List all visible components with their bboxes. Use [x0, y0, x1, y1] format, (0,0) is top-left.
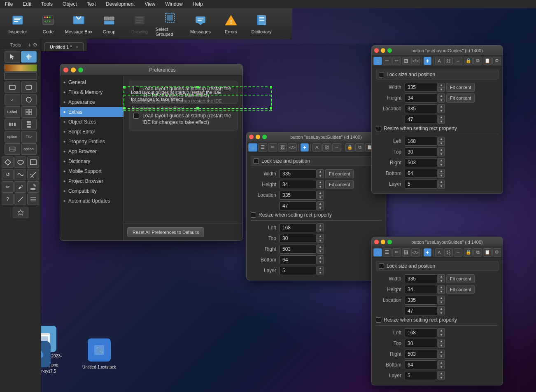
- insp3-width-fit-btn[interactable]: Fit content: [446, 274, 475, 283]
- insp2-min-btn[interactable]: [381, 48, 385, 53]
- insp3-locx-up[interactable]: ▲: [438, 296, 445, 300]
- insp2-top-input[interactable]: [405, 147, 438, 156]
- insp1-bottom-input[interactable]: [280, 255, 317, 264]
- insp1-tb-copy[interactable]: ⧉: [355, 143, 364, 152]
- insp1-locy-up[interactable]: ▲: [317, 201, 324, 206]
- tools-add-btn[interactable]: +: [28, 42, 31, 48]
- prefs-item-mobile-support[interactable]: Mobile Support: [60, 166, 124, 176]
- insp2-resize-checkbox[interactable]: [376, 126, 381, 131]
- prefs-item-app-browser[interactable]: App Browser: [60, 147, 124, 156]
- prefs-item-project-browser[interactable]: Project Browser: [60, 176, 124, 186]
- tool-option[interactable]: option: [5, 131, 20, 142]
- insp1-tb-list[interactable]: ☰: [258, 143, 267, 152]
- insp3-top-up[interactable]: ▲: [438, 339, 445, 343]
- prefs-item-object-sizes[interactable]: Object Sizes: [60, 117, 124, 127]
- insp2-tb-pencil[interactable]: ✏: [392, 57, 401, 65]
- tool-pointer[interactable]: [5, 51, 20, 63]
- insp3-width-down[interactable]: ▼: [438, 279, 445, 283]
- tool-vstack[interactable]: [21, 119, 37, 130]
- insp2-top-up[interactable]: ▲: [438, 147, 445, 152]
- prefs-item-appearance[interactable]: Appearance: [60, 97, 124, 107]
- insp3-layer-input[interactable]: [405, 371, 438, 380]
- prefs-item-extras[interactable]: Extras: [60, 107, 124, 117]
- insp3-locx-down[interactable]: ▼: [438, 300, 445, 305]
- tools-settings-btn[interactable]: ⚙: [33, 42, 37, 48]
- insp2-tb-code[interactable]: </>: [411, 57, 420, 65]
- prefs-item-automatic-updates[interactable]: Automatic Updates: [60, 196, 124, 206]
- prefs-item-property-profiles[interactable]: Property Profiles: [60, 137, 124, 147]
- insp3-height-up[interactable]: ▲: [438, 285, 445, 289]
- insp1-tb-add[interactable]: +: [301, 143, 309, 152]
- menu-window[interactable]: Window: [163, 0, 184, 8]
- insp2-layer-down[interactable]: ▼: [438, 184, 445, 189]
- tool-paint[interactable]: 🖌: [14, 181, 26, 193]
- insp1-right-down[interactable]: ▼: [317, 249, 324, 254]
- tool-crosshair[interactable]: [21, 51, 37, 63]
- insp1-top-up[interactable]: ▲: [317, 234, 324, 238]
- insp3-locy-down[interactable]: ▼: [438, 311, 445, 315]
- insp1-width-input[interactable]: [280, 169, 317, 178]
- insp1-width-fit-btn[interactable]: Fit content: [325, 169, 354, 178]
- insp2-left-down[interactable]: ▼: [438, 141, 445, 146]
- insp3-width-up[interactable]: ▲: [438, 274, 445, 279]
- insp1-tb-pencil[interactable]: ✏: [268, 143, 277, 152]
- insp2-tb-arrows[interactable]: ↔: [454, 57, 462, 65]
- menu-file[interactable]: File: [3, 0, 14, 8]
- color-swatch-bg[interactable]: [4, 64, 37, 72]
- insp3-lock-checkbox[interactable]: [379, 264, 384, 269]
- untitled-doc-item[interactable]: 📎 Untitled 1.oxtstack: [82, 337, 116, 369]
- insp3-tb-pencil[interactable]: ✏: [392, 248, 401, 257]
- insp2-tb-copy[interactable]: ⧉: [473, 57, 482, 65]
- insp3-max-btn[interactable]: [387, 240, 392, 244]
- insp2-bottom-input[interactable]: [405, 169, 438, 178]
- insp3-bottom-up[interactable]: ▲: [438, 360, 445, 365]
- insp2-tb-image[interactable]: 🖼: [402, 57, 410, 65]
- tab-untitled1[interactable]: Untitled 1 * ×: [44, 42, 84, 51]
- insp1-min-btn[interactable]: [256, 135, 260, 139]
- insp2-locy-down[interactable]: ▼: [438, 119, 445, 124]
- insp3-left-down[interactable]: ▼: [438, 333, 445, 337]
- insp1-tb-code[interactable]: </>: [288, 143, 297, 152]
- insp2-height-down[interactable]: ▼: [438, 98, 445, 103]
- insp1-lock-checkbox[interactable]: [254, 159, 259, 164]
- insp1-height-up[interactable]: ▲: [317, 180, 324, 184]
- insp3-location-y-input[interactable]: [405, 306, 438, 315]
- insp2-lock-checkbox[interactable]: [379, 72, 384, 77]
- insp3-resize-checkbox[interactable]: [376, 317, 381, 323]
- insp3-tb-lock[interactable]: 🔒: [464, 248, 473, 257]
- tool-option2[interactable]: option: [21, 143, 37, 155]
- insp1-right-up[interactable]: ▲: [317, 245, 324, 249]
- prefs-max-btn[interactable]: [78, 68, 83, 72]
- insp1-height-down[interactable]: ▼: [317, 184, 324, 189]
- toolbar-dictionary[interactable]: Dictionary: [247, 10, 276, 37]
- insp3-layer-down[interactable]: ▼: [438, 376, 445, 380]
- insp1-tb-image[interactable]: 🖼: [278, 143, 287, 152]
- tool-eraser[interactable]: [27, 181, 39, 193]
- tool-hstack[interactable]: [5, 119, 20, 130]
- insp2-height-input[interactable]: [405, 93, 438, 103]
- color-swatch-fg[interactable]: [4, 72, 37, 80]
- tool-star[interactable]: [13, 207, 28, 218]
- insp3-bottom-down[interactable]: ▼: [438, 365, 445, 369]
- insp1-tb-lock[interactable]: 🔒: [345, 143, 354, 152]
- insp2-right-down[interactable]: ▼: [438, 163, 445, 167]
- insp2-tb-home[interactable]: ⌂: [373, 57, 382, 65]
- insp2-tb-lock[interactable]: 🔒: [464, 57, 473, 65]
- insp2-left-up[interactable]: ▲: [438, 137, 445, 141]
- insp2-locy-up[interactable]: ▲: [438, 115, 445, 119]
- tool-grid[interactable]: [21, 106, 37, 118]
- tool-rounded-rect[interactable]: [21, 82, 37, 93]
- prefs-min-btn[interactable]: [71, 68, 76, 72]
- insp3-left-input[interactable]: [405, 328, 438, 337]
- insp1-tb-arrows[interactable]: ↔: [332, 143, 341, 152]
- insp2-right-input[interactable]: [405, 158, 438, 167]
- insp2-locx-down[interactable]: ▼: [438, 109, 445, 113]
- insp1-location-x-input[interactable]: [280, 191, 317, 200]
- prefs-reset-btn[interactable]: Reset All Preferences to Defaults: [127, 227, 204, 237]
- insp2-bottom-up[interactable]: ▲: [438, 169, 445, 173]
- tool-slash[interactable]: [14, 194, 26, 205]
- insp1-bottom-down[interactable]: ▼: [317, 260, 324, 264]
- menu-text[interactable]: Text: [85, 0, 98, 8]
- insp1-left-up[interactable]: ▲: [317, 223, 324, 228]
- insp3-height-fit-btn[interactable]: Fit content: [446, 285, 475, 294]
